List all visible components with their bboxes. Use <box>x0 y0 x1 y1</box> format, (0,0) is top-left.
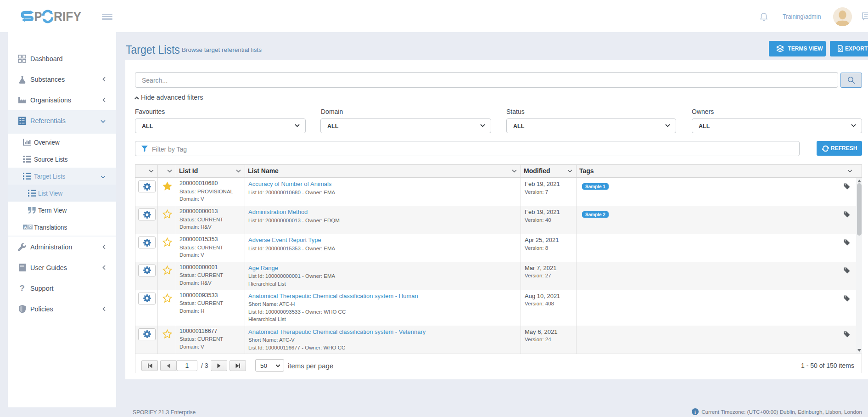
svg-text:P: P <box>34 9 42 24</box>
svg-text:A: A <box>24 225 27 230</box>
svg-text:i: i <box>694 410 696 415</box>
svg-text:RIFY: RIFY <box>54 9 81 24</box>
